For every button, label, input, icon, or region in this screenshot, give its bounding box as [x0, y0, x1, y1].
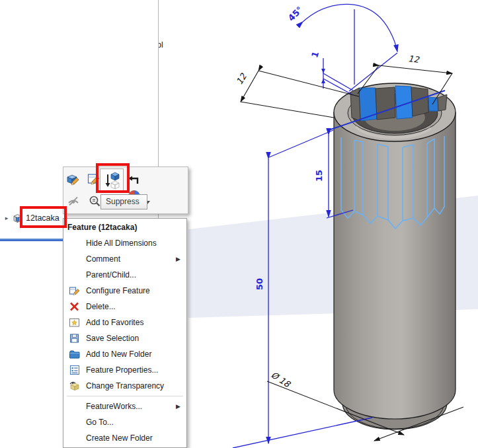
dim-angle[interactable]: 45°	[286, 5, 305, 23]
menu-item-label: Feature Properties...	[86, 365, 158, 375]
menu-item-label: Comment	[86, 254, 120, 264]
menu-item-label: Change Transparency	[86, 381, 164, 391]
change-transparency-icon	[69, 380, 81, 392]
feature-properties-icon	[69, 364, 81, 376]
menu-item-label: Delete...	[86, 302, 116, 311]
menu-item-comment[interactable]: Comment ▶	[63, 251, 186, 267]
cylinder-model[interactable]	[329, 83, 456, 429]
delete-icon	[69, 301, 81, 313]
menu-item-label: Save Selection	[86, 334, 139, 343]
menu-item-label: Parent/Child...	[86, 270, 136, 280]
menu-item-hide-all-dimensions[interactable]: Hide All Dimensions	[63, 235, 186, 251]
menu-item-featureworks[interactable]: FeatureWorks... ▶	[63, 398, 186, 414]
submenu-arrow-icon: ▶	[176, 403, 180, 410]
menu-item-delete[interactable]: Delete...	[63, 299, 186, 315]
tooltip-text: Suppress	[106, 197, 139, 206]
dim-chamfer[interactable]: 1	[309, 50, 321, 59]
expand-arrow-icon[interactable]: ▸	[1, 215, 12, 221]
menu-item-add-to-new-folder[interactable]: Add to New Folder	[63, 346, 186, 362]
dim-socket-depth[interactable]: 15	[314, 170, 324, 182]
add-to-new-folder-icon	[69, 348, 81, 360]
configure-feature-icon	[69, 285, 81, 297]
add-to-favorites-icon	[69, 317, 81, 328]
menu-item-label: Add to New Folder	[86, 350, 151, 359]
annotation-box-suppress	[96, 163, 130, 193]
annotation-box-12tacaka	[20, 206, 67, 228]
menu-item-change-transparency[interactable]: Change Transparency	[63, 378, 186, 394]
context-menu-header: Feature (12tacaka)	[63, 219, 186, 235]
menu-item-label: Hide All Dimensions	[86, 239, 157, 248]
dim-height[interactable]: 50	[255, 278, 264, 290]
menu-item-save-selection[interactable]: Save Selection	[63, 330, 186, 346]
submenu-arrow-icon: ▶	[176, 256, 180, 262]
menu-item-label: Go To...	[86, 418, 114, 427]
dim-left-width[interactable]: 12	[234, 71, 249, 87]
menu-item-parent-child[interactable]: Parent/Child...	[63, 267, 186, 283]
edit-feature-icon[interactable]	[66, 172, 79, 186]
menu-item-feature-properties[interactable]: Feature Properties...	[63, 362, 186, 378]
menu-item-create-new-folder[interactable]: Create New Folder	[63, 430, 186, 446]
menu-item-add-to-favorites[interactable]: Add to Favorites	[63, 315, 186, 330]
menu-item-label: Add to Favorites	[86, 318, 143, 327]
context-menu: Feature (12tacaka) Hide All Dimensions C…	[63, 218, 187, 448]
menu-item-label: FeatureWorks...	[86, 402, 142, 411]
menu-item-go-to[interactable]: Go To...	[63, 414, 186, 430]
save-selection-icon	[69, 332, 81, 344]
menu-item-label: Create New Folder	[86, 433, 153, 443]
hide-icon[interactable]	[67, 195, 81, 208]
menu-item-label: Configure Feature	[86, 286, 150, 295]
dim-top-width[interactable]: 12	[407, 54, 420, 65]
menu-item-configure-feature[interactable]: Configure Feature	[63, 283, 186, 299]
menu-separator	[67, 396, 183, 396]
zoom-to-selection-icon[interactable]	[89, 195, 102, 208]
tooltip: Suppress	[100, 194, 147, 209]
